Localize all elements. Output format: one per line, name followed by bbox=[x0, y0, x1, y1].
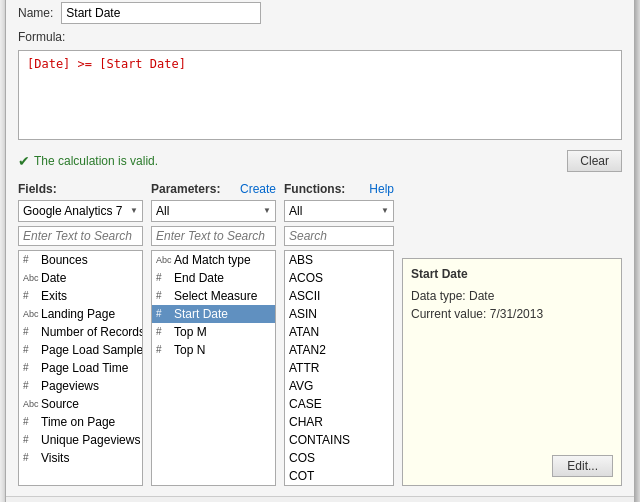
params-dropdown-value: All bbox=[156, 204, 169, 218]
formula-label: Formula: bbox=[18, 30, 622, 44]
list-item[interactable]: #Page Load Time bbox=[19, 359, 142, 377]
hash-icon: # bbox=[23, 416, 37, 427]
item-label: Exits bbox=[41, 289, 67, 303]
funcs-dropdown-arrow: ▼ bbox=[381, 206, 389, 215]
hash-icon: # bbox=[23, 452, 37, 463]
fields-dropdown[interactable]: Google Analytics 7 ▼ bbox=[18, 200, 143, 222]
list-item[interactable]: #Bounces bbox=[19, 251, 142, 269]
funcs-label: Functions: bbox=[284, 182, 345, 196]
hash-icon: # bbox=[156, 272, 170, 283]
list-item[interactable]: AbcSource bbox=[19, 395, 142, 413]
hash-icon: # bbox=[156, 308, 170, 319]
name-row: Name: bbox=[18, 2, 622, 24]
edit-button[interactable]: Edit... bbox=[552, 455, 613, 477]
list-item[interactable]: #Visits bbox=[19, 449, 142, 467]
funcs-dropdown-value: All bbox=[289, 204, 302, 218]
item-label: Date bbox=[41, 271, 66, 285]
funcs-dropdown[interactable]: All ▼ bbox=[284, 200, 394, 222]
item-label: Ad Match type bbox=[174, 253, 251, 267]
list-item[interactable]: #Unique Pageviews bbox=[19, 431, 142, 449]
valid-message: ✔ The calculation is valid. bbox=[18, 153, 158, 169]
calculated-field-dialog: Calculated Field – □ ✕ Name: Formula: [D… bbox=[5, 0, 635, 502]
list-item[interactable]: ATAN2 bbox=[285, 341, 393, 359]
dialog-body: Name: Formula: [Date] >= [Start Date] ✔ … bbox=[6, 0, 634, 496]
list-item[interactable]: COS bbox=[285, 449, 393, 467]
list-item[interactable]: ATTR bbox=[285, 359, 393, 377]
list-item[interactable]: ACOS bbox=[285, 269, 393, 287]
item-label: Pageviews bbox=[41, 379, 99, 393]
fields-dropdown-value: Google Analytics 7 bbox=[23, 204, 122, 218]
abc-icon: Abc bbox=[23, 399, 37, 409]
item-label: Top N bbox=[174, 343, 205, 357]
fields-column: Fields: Google Analytics 7 ▼ #BouncesAbc… bbox=[18, 182, 143, 486]
funcs-list[interactable]: ABSACOSASCIIASINATANATAN2ATTRAVGCASECHAR… bbox=[284, 250, 394, 486]
list-item[interactable]: CONTAINS bbox=[285, 431, 393, 449]
funcs-column: Functions: Help All ▼ ABSACOSASCIIASINAT… bbox=[284, 182, 394, 486]
list-item[interactable]: #Top N bbox=[152, 341, 275, 359]
funcs-header: Functions: Help bbox=[284, 182, 394, 196]
hash-icon: # bbox=[23, 290, 37, 301]
params-dropdown-arrow: ▼ bbox=[263, 206, 271, 215]
valid-row: ✔ The calculation is valid. Clear bbox=[18, 146, 622, 176]
valid-text: The calculation is valid. bbox=[34, 154, 158, 168]
list-item[interactable]: CHAR bbox=[285, 413, 393, 431]
help-link[interactable]: Help bbox=[369, 182, 394, 196]
info-data-type: Data type: Date bbox=[411, 287, 613, 305]
list-item[interactable]: CASE bbox=[285, 395, 393, 413]
item-label: Bounces bbox=[41, 253, 88, 267]
list-item[interactable]: #Start Date bbox=[152, 305, 275, 323]
columns-area: Fields: Google Analytics 7 ▼ #BouncesAbc… bbox=[18, 182, 622, 486]
abc-icon: Abc bbox=[23, 309, 37, 319]
list-item[interactable]: #End Date bbox=[152, 269, 275, 287]
list-item[interactable]: COT bbox=[285, 467, 393, 485]
item-label: Time on Page bbox=[41, 415, 115, 429]
list-item[interactable]: AbcDate bbox=[19, 269, 142, 287]
name-input[interactable] bbox=[61, 2, 261, 24]
fields-header: Fields: bbox=[18, 182, 143, 196]
item-label: Unique Pageviews bbox=[41, 433, 140, 447]
list-item[interactable]: #Page Load Sample bbox=[19, 341, 142, 359]
item-label: End Date bbox=[174, 271, 224, 285]
params-column: Parameters: Create All ▼ AbcAd Match typ… bbox=[151, 182, 276, 486]
hash-icon: # bbox=[156, 290, 170, 301]
hash-icon: # bbox=[23, 344, 37, 355]
params-list[interactable]: AbcAd Match type#End Date#Select Measure… bbox=[151, 250, 276, 486]
formula-box[interactable]: [Date] >= [Start Date] bbox=[18, 50, 622, 140]
create-link[interactable]: Create bbox=[240, 182, 276, 196]
list-item[interactable]: ATAN bbox=[285, 323, 393, 341]
list-item[interactable]: ASCII bbox=[285, 287, 393, 305]
dialog-footer: OK Cancel bbox=[6, 496, 634, 503]
valid-icon: ✔ bbox=[18, 153, 30, 169]
fields-dropdown-arrow: ▼ bbox=[130, 206, 138, 215]
hash-icon: # bbox=[23, 434, 37, 445]
params-dropdown[interactable]: All ▼ bbox=[151, 200, 276, 222]
list-item[interactable]: #Exits bbox=[19, 287, 142, 305]
funcs-search[interactable] bbox=[284, 226, 394, 246]
list-item[interactable]: AbcLanding Page bbox=[19, 305, 142, 323]
item-label: Visits bbox=[41, 451, 69, 465]
hash-icon: # bbox=[156, 326, 170, 337]
abc-icon: Abc bbox=[156, 255, 170, 265]
hash-icon: # bbox=[23, 254, 37, 265]
list-item[interactable]: AVG bbox=[285, 377, 393, 395]
list-item[interactable]: AbcAd Match type bbox=[152, 251, 275, 269]
clear-button[interactable]: Clear bbox=[567, 150, 622, 172]
list-item[interactable]: #Time on Page bbox=[19, 413, 142, 431]
fields-list[interactable]: #BouncesAbcDate#ExitsAbcLanding Page#Num… bbox=[18, 250, 143, 486]
list-item[interactable]: #Pageviews bbox=[19, 377, 142, 395]
name-label: Name: bbox=[18, 6, 53, 20]
params-search[interactable] bbox=[151, 226, 276, 246]
info-column: Start Date Data type: Date Current value… bbox=[402, 182, 622, 486]
params-header: Parameters: Create bbox=[151, 182, 276, 196]
item-label: Select Measure bbox=[174, 289, 257, 303]
info-box: Start Date Data type: Date Current value… bbox=[402, 258, 622, 486]
list-item[interactable]: ASIN bbox=[285, 305, 393, 323]
list-item[interactable]: ABS bbox=[285, 251, 393, 269]
list-item[interactable]: #Top M bbox=[152, 323, 275, 341]
hash-icon: # bbox=[23, 380, 37, 391]
abc-icon: Abc bbox=[23, 273, 37, 283]
list-item[interactable]: #Number of Records bbox=[19, 323, 142, 341]
item-label: Page Load Time bbox=[41, 361, 128, 375]
fields-search[interactable] bbox=[18, 226, 143, 246]
list-item[interactable]: #Select Measure bbox=[152, 287, 275, 305]
